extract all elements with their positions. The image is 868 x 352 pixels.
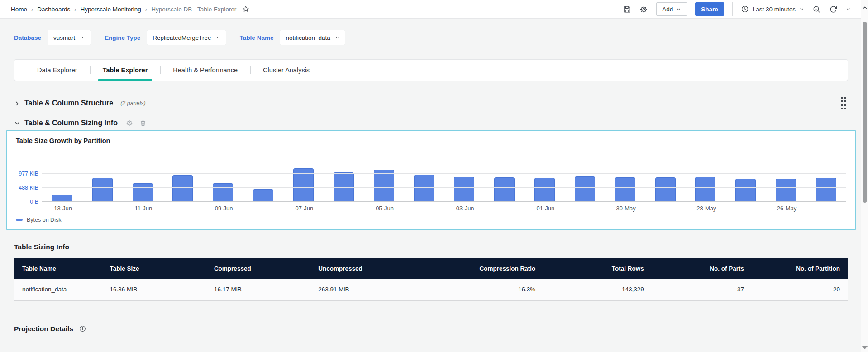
bar-bytes-on-disk[interactable]: [534, 178, 555, 202]
bar-bytes-on-disk[interactable]: [695, 177, 715, 202]
scrollbar-thumb[interactable]: [863, 22, 867, 203]
bar-bytes-on-disk[interactable]: [816, 178, 836, 202]
table-cell: 37: [652, 279, 752, 300]
bar-slot: [766, 151, 806, 202]
table-header-cell: Compression Ratio: [431, 258, 544, 279]
row-settings-gear-icon[interactable]: [126, 119, 133, 127]
breadcrumb-item[interactable]: Hyperscale DB - Table Explorer: [151, 6, 236, 13]
bar-slot: [123, 151, 163, 202]
legend-series-swatch[interactable]: [16, 219, 23, 221]
dashboard-settings-gear-icon[interactable]: [639, 5, 648, 14]
zoom-out-time-icon[interactable]: [812, 5, 821, 14]
bar-slot: [565, 151, 605, 202]
filter-selected-value: vusmart: [53, 34, 75, 41]
breadcrumb-separator: ›: [145, 6, 147, 13]
bar-bytes-on-disk[interactable]: [172, 175, 193, 202]
dashboard-body: DatabasevusmartEngine TypeReplicatedMerg…: [0, 30, 861, 333]
x-axis-tick-label: 03-Jun: [425, 205, 506, 212]
legend-series-label[interactable]: Bytes on Disk: [27, 217, 61, 223]
row-table-column-structure[interactable]: Table & Column Structure (2 panels): [14, 95, 848, 111]
breadcrumb: Home›Dashboards›Hyperscale Monitoring›Hy…: [11, 6, 236, 13]
scroll-up-arrow-icon[interactable]: [862, 5, 868, 10]
bar-bytes-on-disk[interactable]: [655, 177, 676, 202]
filter-group: Databasevusmart: [14, 30, 91, 45]
bar-bytes-on-disk[interactable]: [374, 170, 394, 202]
refresh-icon[interactable]: [829, 5, 838, 14]
bar-slot: [605, 151, 645, 202]
filter-value-dropdown[interactable]: ReplicatedMergeTree: [147, 30, 226, 45]
bar-bytes-on-disk[interactable]: [133, 183, 153, 202]
bar-bytes-on-disk[interactable]: [776, 179, 796, 202]
bar-bytes-on-disk[interactable]: [253, 189, 273, 202]
panel-table-size-growth[interactable]: Table Size Growth by Partition 0 B488 Ki…: [6, 130, 856, 230]
table-cell: 20: [752, 279, 848, 300]
table-header-cell: Uncompressed: [310, 258, 431, 279]
chevron-down-icon: [799, 7, 804, 12]
filter-value-dropdown[interactable]: notification_data: [280, 30, 345, 45]
filter-selected-value: ReplicatedMergeTree: [153, 34, 211, 41]
row-table-column-sizing-info[interactable]: Table & Column Sizing Info: [14, 119, 848, 127]
clock-icon: [741, 5, 749, 13]
share-button-label: Share: [701, 6, 718, 13]
table-row[interactable]: notification_data16.36 MiB16.17 MiB263.9…: [14, 279, 848, 300]
dashboard-tabs: Data ExplorerTable ExplorerHealth & Perf…: [14, 59, 848, 81]
share-button[interactable]: Share: [695, 2, 724, 16]
bar-bytes-on-disk[interactable]: [92, 178, 113, 202]
chevron-right-icon[interactable]: [14, 100, 20, 106]
save-dashboard-icon[interactable]: [623, 5, 631, 14]
add-button[interactable]: Add: [656, 2, 687, 16]
x-axis-tick-label: 05-Jun: [344, 205, 425, 212]
table-header-cell: No. of Parts: [652, 258, 752, 279]
bar-bytes-on-disk[interactable]: [454, 177, 474, 202]
table-cell: 16.36 MiB: [102, 279, 206, 300]
tab-data-explorer[interactable]: Data Explorer: [24, 60, 90, 81]
table-sizing-info: Table NameTable SizeCompressedUncompress…: [14, 258, 848, 301]
breadcrumb-item[interactable]: Hyperscale Monitoring: [81, 6, 141, 13]
chevron-down-icon: [676, 7, 681, 12]
x-axis-tick-label: 11-Jun: [103, 205, 184, 212]
tab-cluster-analysis[interactable]: Cluster Analysis: [250, 60, 322, 81]
bar-bytes-on-disk[interactable]: [414, 175, 434, 202]
scroll-down-arrow-icon[interactable]: [862, 346, 868, 349]
gridline: [42, 201, 846, 202]
time-range-picker[interactable]: Last 30 minutes: [741, 5, 804, 13]
filter-label: Engine Type: [105, 34, 140, 41]
breadcrumb-item[interactable]: Home: [11, 6, 27, 13]
bar-slot: [725, 151, 766, 202]
filter-label: Table Name: [240, 34, 274, 41]
row-delete-trash-icon[interactable]: [139, 119, 147, 127]
tab-health-performance[interactable]: Health & Performance: [160, 60, 250, 81]
bar-bytes-on-disk[interactable]: [735, 179, 756, 202]
tab-table-explorer[interactable]: Table Explorer: [90, 60, 161, 81]
chevron-down-icon[interactable]: [14, 120, 20, 126]
x-axis-tick-label: 07-Jun: [264, 205, 344, 212]
table-header-row: Table NameTable SizeCompressedUncompress…: [14, 258, 848, 279]
chevron-down-icon: [216, 35, 220, 40]
bar-slot: [243, 151, 283, 202]
refresh-interval-dropdown[interactable]: [846, 7, 851, 12]
info-icon[interactable]: [79, 325, 86, 333]
breadcrumb-item[interactable]: Dashboards: [37, 6, 70, 13]
chevron-down-icon: [335, 35, 339, 40]
bar-bytes-on-disk[interactable]: [52, 195, 72, 202]
filter-value-dropdown[interactable]: vusmart: [48, 30, 91, 45]
bar-bytes-on-disk[interactable]: [615, 177, 635, 202]
bar-bytes-on-disk[interactable]: [494, 177, 515, 202]
filter-label: Database: [14, 34, 41, 41]
row-title[interactable]: Table & Column Structure: [24, 99, 113, 107]
gridline: [42, 187, 846, 188]
favorite-star-icon[interactable]: [242, 5, 250, 13]
bar-bytes-on-disk[interactable]: [575, 176, 595, 202]
bar-slot: [525, 151, 565, 202]
bar-slot: [806, 151, 846, 202]
table-cell: 16.3%: [431, 279, 544, 300]
drag-handle-icon[interactable]: [839, 95, 848, 111]
bar-bytes-on-disk[interactable]: [213, 183, 233, 202]
table-header-cell: Total Rows: [544, 258, 652, 279]
gridline: [42, 173, 846, 174]
bar-slot: [444, 151, 484, 202]
page-scrollbar[interactable]: [861, 0, 868, 352]
projection-details-section: Projection Details: [14, 325, 848, 333]
row-title[interactable]: Table & Column Sizing Info: [24, 119, 118, 127]
y-axis: 0 B488 KiB977 KiB: [16, 151, 42, 202]
